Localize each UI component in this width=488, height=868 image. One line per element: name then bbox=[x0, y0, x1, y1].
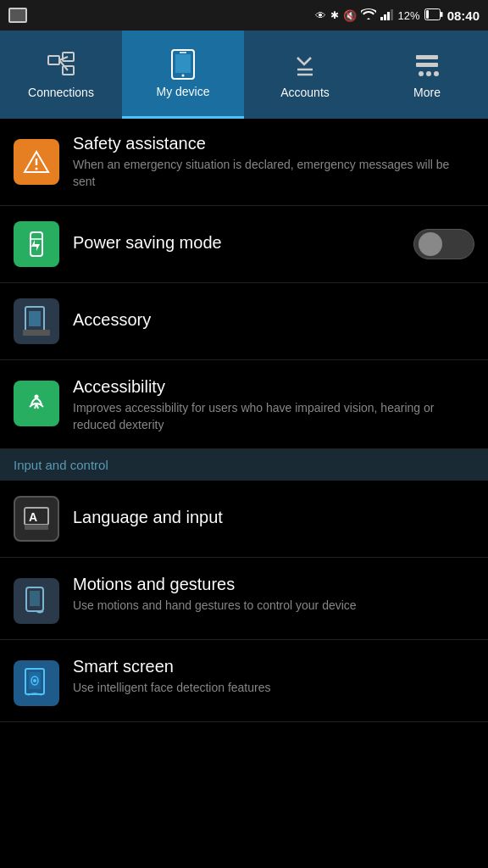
tab-mydevice-label: My device bbox=[156, 85, 209, 98]
svg-point-14 bbox=[182, 74, 185, 76]
tab-connections-label: Connections bbox=[28, 86, 94, 99]
svg-rect-13 bbox=[175, 54, 191, 73]
power-saving-text: Power saving mode bbox=[73, 233, 413, 256]
accessory-icon bbox=[14, 298, 59, 344]
safety-assistance-item[interactable]: Safety assistance When an emergency situ… bbox=[0, 119, 488, 206]
accessibility-icon bbox=[14, 381, 59, 426]
accounts-icon bbox=[290, 50, 320, 81]
mydevice-icon bbox=[168, 49, 198, 80]
safety-assistance-subtitle: When an emergency situation is declared,… bbox=[73, 157, 474, 190]
svg-point-22 bbox=[419, 71, 424, 76]
bluetooth-icon: ✱ bbox=[330, 9, 339, 21]
svg-rect-6 bbox=[426, 10, 429, 19]
svg-rect-3 bbox=[391, 9, 393, 20]
power-saving-mode-item[interactable]: Power saving mode bbox=[0, 206, 488, 283]
settings-list: Safety assistance When an emergency situ… bbox=[0, 119, 488, 722]
tab-accounts-label: Accounts bbox=[280, 86, 330, 99]
accessibility-text: Accessibility Improves accessibility for… bbox=[73, 377, 474, 433]
svg-rect-5 bbox=[441, 12, 443, 17]
tab-more-label: More bbox=[413, 86, 441, 99]
power-saving-toggle[interactable] bbox=[413, 229, 474, 259]
svg-rect-18 bbox=[416, 55, 438, 59]
accessibility-subtitle: Improves accessibility for users who hav… bbox=[73, 400, 474, 433]
svg-point-25 bbox=[36, 168, 38, 170]
tab-mydevice[interactable]: My device bbox=[122, 31, 244, 119]
status-left bbox=[8, 8, 27, 23]
connections-icon bbox=[46, 50, 76, 81]
svg-rect-19 bbox=[416, 63, 438, 67]
motions-gestures-icon bbox=[14, 578, 59, 624]
tab-accounts[interactable]: Accounts bbox=[244, 31, 366, 119]
accessory-text: Accessory bbox=[73, 310, 474, 333]
input-control-header: Input and control bbox=[0, 449, 488, 481]
screenshot-icon bbox=[8, 8, 27, 23]
svg-rect-7 bbox=[48, 56, 59, 64]
status-bar: 👁 ✱ 🔇 12% 08:40 bbox=[0, 0, 488, 31]
language-input-text: Language and input bbox=[73, 508, 474, 531]
accessory-item[interactable]: Accessory bbox=[0, 283, 488, 360]
smart-screen-title: Smart screen bbox=[73, 657, 474, 676]
smart-screen-text: Smart screen Use intelligent face detect… bbox=[73, 657, 474, 697]
battery-percent: 12% bbox=[398, 9, 420, 22]
svg-point-21 bbox=[426, 71, 431, 76]
mute-icon: 🔇 bbox=[343, 9, 357, 22]
tab-more[interactable]: More bbox=[366, 31, 488, 119]
svg-rect-36 bbox=[25, 525, 48, 530]
accessibility-item[interactable]: Accessibility Improves accessibility for… bbox=[0, 360, 488, 449]
language-input-icon: A bbox=[14, 496, 59, 542]
smart-screen-subtitle: Use intelligent face detection features bbox=[73, 680, 474, 697]
motions-gestures-text: Motions and gestures Use motions and han… bbox=[73, 575, 474, 615]
language-input-item[interactable]: A Language and input bbox=[0, 481, 488, 558]
safety-assistance-icon bbox=[14, 139, 59, 185]
motions-gestures-item[interactable]: Motions and gestures Use motions and han… bbox=[0, 558, 488, 640]
svg-rect-28 bbox=[29, 311, 41, 326]
smart-screen-item[interactable]: Smart screen Use intelligent face detect… bbox=[0, 640, 488, 722]
motions-gestures-subtitle: Use motions and hand gestures to control… bbox=[73, 598, 474, 615]
accessibility-title: Accessibility bbox=[73, 377, 474, 397]
svg-rect-38 bbox=[30, 591, 40, 606]
wifi-icon bbox=[361, 8, 376, 23]
signal-icon bbox=[380, 8, 394, 23]
safety-assistance-title: Safety assistance bbox=[73, 134, 474, 153]
svg-point-20 bbox=[434, 71, 439, 76]
svg-point-33 bbox=[35, 395, 39, 399]
tab-connections[interactable]: Connections bbox=[0, 31, 122, 119]
time: 08:40 bbox=[447, 8, 480, 23]
more-icon bbox=[412, 50, 442, 81]
status-right: 👁 ✱ 🔇 12% 08:40 bbox=[315, 8, 480, 23]
power-saving-icon bbox=[14, 221, 59, 267]
eye-icon: 👁 bbox=[315, 9, 326, 22]
svg-rect-1 bbox=[384, 14, 386, 20]
power-saving-toggle-container bbox=[413, 229, 474, 259]
tab-bar: Connections My device Accounts bbox=[0, 31, 488, 119]
battery-icon bbox=[424, 8, 443, 23]
safety-assistance-text: Safety assistance When an emergency situ… bbox=[73, 134, 474, 190]
accessory-title: Accessory bbox=[73, 310, 474, 330]
svg-point-42 bbox=[33, 679, 36, 682]
language-input-title: Language and input bbox=[73, 508, 474, 527]
svg-rect-2 bbox=[387, 12, 390, 20]
smart-screen-icon bbox=[14, 660, 59, 706]
svg-text:A: A bbox=[29, 510, 37, 524]
svg-rect-8 bbox=[63, 53, 74, 61]
motions-gestures-title: Motions and gestures bbox=[73, 575, 474, 594]
svg-rect-0 bbox=[380, 17, 383, 20]
power-saving-title: Power saving mode bbox=[73, 233, 413, 253]
svg-rect-29 bbox=[23, 330, 50, 336]
toggle-knob bbox=[419, 232, 442, 256]
